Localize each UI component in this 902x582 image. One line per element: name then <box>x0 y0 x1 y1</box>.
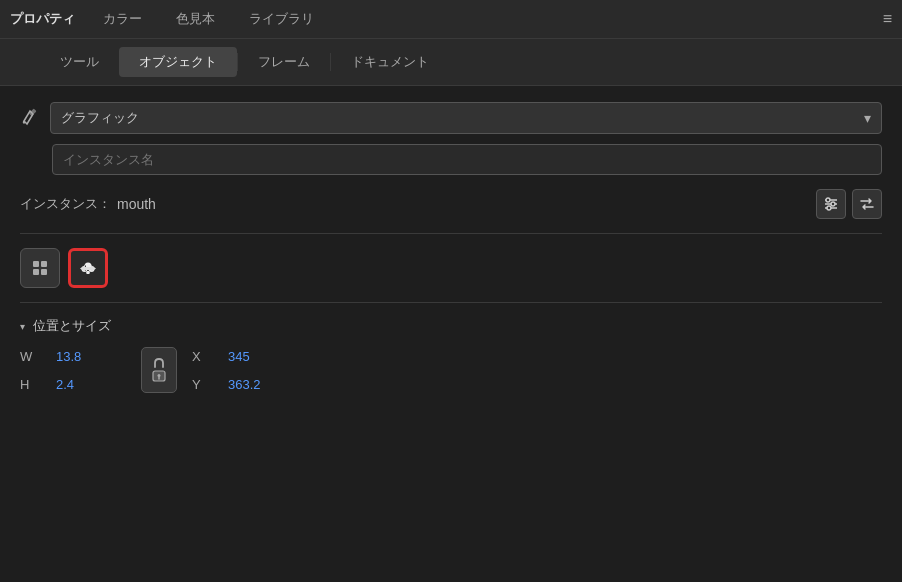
instance-name-row <box>52 144 882 189</box>
tab-frame[interactable]: フレーム <box>238 47 330 77</box>
instance-value: mouth <box>117 196 156 212</box>
divider-1 <box>20 233 882 234</box>
y-value[interactable]: 363.2 <box>228 377 298 392</box>
instance-icons <box>816 189 882 219</box>
svg-rect-14 <box>87 271 90 274</box>
y-label: Y <box>192 377 220 392</box>
section-chevron-icon: ▾ <box>20 321 25 332</box>
tab-color[interactable]: カラー <box>89 6 156 32</box>
svg-rect-0 <box>29 108 37 116</box>
instance-name-input[interactable] <box>52 144 882 175</box>
graphic-dropdown[interactable]: グラフィック ▾ <box>50 102 882 134</box>
x-value[interactable]: 345 <box>228 349 298 364</box>
instance-row: インスタンス： mouth <box>20 189 882 219</box>
w-label: W <box>20 349 48 364</box>
svg-rect-7 <box>33 261 39 267</box>
section-header: ▾ 位置とサイズ <box>20 317 882 335</box>
position-grid: W 13.8 X 345 H 2.4 Y 363.2 <box>20 347 882 393</box>
section-title: 位置とサイズ <box>33 317 111 335</box>
w-value[interactable]: 13.8 <box>56 349 126 364</box>
tab-object[interactable]: オブジェクト <box>119 47 237 77</box>
swap-button[interactable] <box>852 189 882 219</box>
x-label: X <box>192 349 220 364</box>
svg-rect-8 <box>41 261 47 267</box>
tab-tool[interactable]: ツール <box>40 47 119 77</box>
content-area: グラフィック ▾ インスタンス： mouth <box>0 86 902 409</box>
svg-point-5 <box>831 202 835 206</box>
h-value[interactable]: 2.4 <box>56 377 126 392</box>
lock-icon[interactable] <box>134 347 184 393</box>
svg-point-6 <box>827 206 831 210</box>
instance-label: インスタンス： <box>20 195 111 213</box>
club-button[interactable] <box>68 248 108 288</box>
sliders-button[interactable] <box>816 189 846 219</box>
graphic-dropdown-label: グラフィック <box>61 109 139 127</box>
h-label: H <box>20 377 48 392</box>
symbol-row <box>20 248 882 288</box>
tab-library[interactable]: ライブラリ <box>235 6 328 32</box>
chevron-down-icon: ▾ <box>864 110 871 126</box>
svg-rect-10 <box>41 269 47 275</box>
panel-menu-icon[interactable]: ≡ <box>883 10 892 28</box>
graphic-icon <box>20 106 40 131</box>
graphic-row: グラフィック ▾ <box>20 102 882 134</box>
tab-swatches[interactable]: 色見本 <box>162 6 229 32</box>
divider-2 <box>20 302 882 303</box>
svg-point-4 <box>826 198 830 202</box>
svg-rect-9 <box>33 269 39 275</box>
top-bar: プロパティ カラー 色見本 ライブラリ ≡ <box>0 0 902 39</box>
secondary-tabs: ツール オブジェクト フレーム ドキュメント <box>0 39 902 86</box>
tab-document[interactable]: ドキュメント <box>331 47 449 77</box>
grid-button[interactable] <box>20 248 60 288</box>
panel-title: プロパティ <box>10 10 75 28</box>
